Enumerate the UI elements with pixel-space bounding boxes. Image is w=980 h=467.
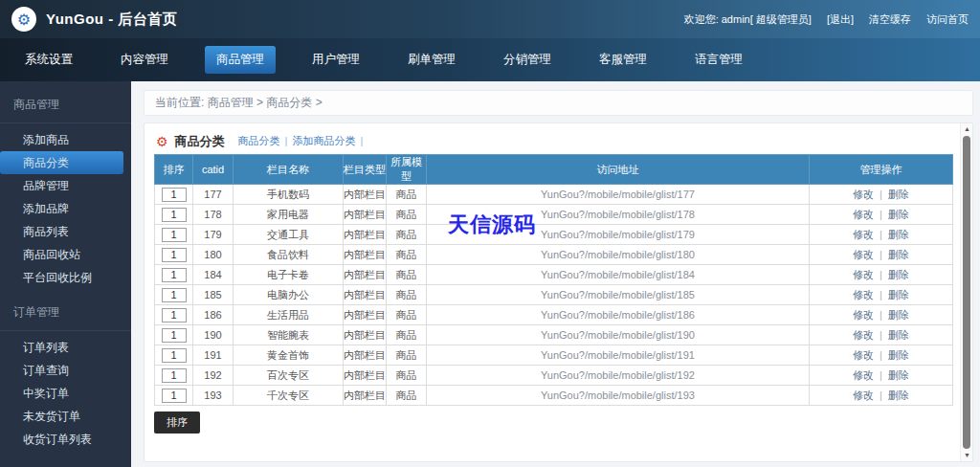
logout-link[interactable]: [退出] — [827, 12, 854, 27]
delete-link[interactable]: 删除 — [888, 289, 909, 300]
cell-model: 商品 — [387, 205, 427, 225]
sort-input[interactable] — [162, 268, 187, 282]
add-goods-category-link[interactable]: 添加商品分类 — [292, 135, 355, 146]
visit-home-link[interactable]: 访问首页 — [926, 12, 969, 27]
sort-input[interactable] — [162, 228, 187, 242]
sort-input[interactable] — [162, 389, 187, 403]
sidebar-item-brand-mgmt[interactable]: 品牌管理 — [0, 174, 131, 197]
delete-link[interactable]: 删除 — [888, 189, 909, 200]
sidebar-item-goods-category[interactable]: 商品分类 — [0, 151, 123, 174]
tab-user-mgmt[interactable]: 用户管理 — [301, 46, 371, 74]
sidebar-item-received-order-list[interactable]: 收货订单列表 — [0, 428, 131, 451]
sort-input[interactable] — [162, 208, 187, 222]
cell-type: 内部栏目 — [344, 285, 387, 305]
sort-input[interactable] — [162, 248, 187, 262]
cell-url: YunGou?/mobile/mobile/glist/184 — [427, 265, 810, 285]
table-row: 184 电子卡卷 内部栏目 商品 YunGou?/mobile/mobile/g… — [155, 265, 953, 285]
top-header: ⚙ YunGou - 后台首页 欢迎您: admin[ 超级管理员] [退出] … — [0, 0, 980, 38]
sidebar-item-platform-recycle-ratio[interactable]: 平台回收比例 — [0, 266, 131, 289]
delete-link[interactable]: 删除 — [888, 349, 909, 361]
panel-scrollbar[interactable]: ▲ ▼ — [960, 123, 972, 461]
sort-input[interactable] — [162, 288, 187, 302]
tab-order-brush-mgmt[interactable]: 刷单管理 — [396, 46, 467, 74]
cell-url: YunGou?/mobile/mobile/glist/193 — [427, 386, 810, 406]
cell-url: YunGou?/mobile/mobile/glist/178 — [427, 205, 810, 225]
edit-link[interactable]: 修改 — [853, 229, 874, 240]
sidebar-item-order-query[interactable]: 订单查询 — [0, 359, 131, 382]
cell-type: 内部栏目 — [344, 325, 387, 345]
sidebar-item-winning-orders[interactable]: 中奖订单 — [0, 382, 131, 405]
delete-link[interactable]: 删除 — [888, 369, 909, 381]
cell-type: 内部栏目 — [344, 245, 387, 265]
tab-content-mgmt[interactable]: 内容管理 — [109, 46, 180, 74]
tab-language-mgmt[interactable]: 语言管理 — [683, 46, 754, 74]
cell-type: 内部栏目 — [344, 305, 387, 325]
category-gear-icon: ⚙ — [156, 134, 168, 149]
edit-link[interactable]: 修改 — [853, 289, 874, 300]
sidebar-item-add-goods[interactable]: 添加商品 — [0, 128, 131, 151]
sidebar-item-unshipped-orders[interactable]: 未发货订单 — [0, 405, 131, 428]
sort-input[interactable] — [162, 368, 187, 383]
cell-type: 内部栏目 — [344, 386, 387, 406]
cell-catid: 193 — [193, 386, 234, 406]
cell-ops: 修改|删除 — [810, 366, 953, 386]
edit-link[interactable]: 修改 — [853, 349, 874, 361]
cell-ops: 修改|删除 — [810, 185, 953, 205]
goods-category-link[interactable]: 商品分类 — [238, 135, 280, 146]
sidebar-item-goods-list[interactable]: 商品列表 — [0, 220, 131, 243]
cell-catid: 179 — [193, 225, 234, 245]
sort-input[interactable] — [162, 328, 187, 343]
tab-distribution-mgmt[interactable]: 分销管理 — [492, 46, 563, 74]
content-area: 当前位置: 商品管理 > 商品分类 > ⚙ 商品分类 商品分类|添加商品分类| — [131, 81, 980, 467]
cell-url: YunGou?/mobile/mobile/glist/192 — [427, 366, 810, 386]
sidebar: 商品管理 添加商品 商品分类 品牌管理 添加品牌 商品列表 商品回收站 平台回收… — [0, 81, 131, 467]
scrollbar-thumb[interactable] — [963, 136, 970, 449]
cell-name: 电脑办公 — [234, 285, 344, 305]
delete-link[interactable]: 删除 — [888, 209, 909, 220]
cell-catid: 186 — [193, 305, 234, 325]
edit-link[interactable]: 修改 — [853, 249, 874, 260]
clear-cache-link[interactable]: 清空缓存 — [869, 12, 911, 27]
cell-type: 内部栏目 — [344, 205, 387, 225]
gear-icon: ⚙ — [17, 11, 31, 29]
sort-input[interactable] — [162, 188, 187, 202]
cell-name: 生活用品 — [234, 305, 344, 325]
cell-name: 食品饮料 — [234, 245, 344, 265]
table-row: 185 电脑办公 内部栏目 商品 YunGou?/mobile/mobile/g… — [155, 285, 953, 305]
cell-url: YunGou?/mobile/mobile/glist/191 — [427, 345, 810, 366]
cell-type: 内部栏目 — [344, 225, 387, 245]
edit-link[interactable]: 修改 — [853, 189, 874, 200]
sort-button[interactable]: 排序 — [154, 411, 200, 434]
edit-link[interactable]: 修改 — [853, 389, 874, 401]
tab-goods-mgmt[interactable]: 商品管理 — [205, 46, 276, 74]
breadcrumb: 当前位置: 商品管理 > 商品分类 > — [144, 90, 973, 116]
cell-ops: 修改|删除 — [810, 265, 953, 285]
delete-link[interactable]: 删除 — [888, 269, 909, 280]
delete-link[interactable]: 删除 — [888, 249, 909, 260]
sidebar-item-add-brand[interactable]: 添加品牌 — [0, 197, 131, 220]
delete-link[interactable]: 删除 — [888, 309, 909, 321]
edit-link[interactable]: 修改 — [853, 369, 874, 381]
table-row: 179 交通工具 内部栏目 商品 YunGou?/mobile/mobile/g… — [155, 225, 953, 245]
cell-catid: 177 — [193, 185, 234, 205]
welcome-text: 欢迎您: admin[ 超级管理员] — [684, 12, 812, 27]
cell-ops: 修改|删除 — [810, 245, 953, 265]
delete-link[interactable]: 删除 — [888, 329, 909, 341]
delete-link[interactable]: 删除 — [888, 229, 909, 240]
scroll-up-icon[interactable]: ▲ — [961, 123, 973, 135]
cell-type: 内部栏目 — [344, 265, 387, 285]
scroll-down-icon[interactable]: ▼ — [961, 450, 973, 461]
tab-system-settings[interactable]: 系统设置 — [13, 46, 84, 74]
delete-link[interactable]: 删除 — [888, 389, 909, 401]
tab-service-mgmt[interactable]: 客服管理 — [588, 46, 658, 74]
sort-input[interactable] — [162, 348, 187, 363]
sidebar-item-order-list[interactable]: 订单列表 — [0, 336, 131, 359]
cell-catid: 190 — [193, 325, 234, 345]
sort-input[interactable] — [162, 308, 187, 322]
edit-link[interactable]: 修改 — [853, 269, 874, 280]
edit-link[interactable]: 修改 — [853, 329, 874, 341]
sidebar-item-goods-recycle[interactable]: 商品回收站 — [0, 243, 131, 266]
edit-link[interactable]: 修改 — [853, 209, 874, 220]
table-row: 191 黄金首饰 内部栏目 商品 YunGou?/mobile/mobile/g… — [155, 345, 953, 366]
edit-link[interactable]: 修改 — [853, 309, 874, 321]
